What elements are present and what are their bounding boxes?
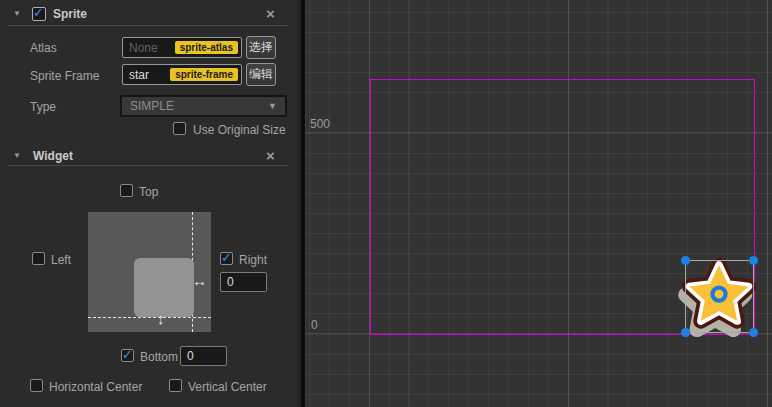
widget-close-icon[interactable]: × [266, 150, 275, 162]
widget-vertical-center-checkbox[interactable] [169, 379, 182, 392]
selection-handle-top-right[interactable] [749, 256, 758, 265]
sprite-frame-field[interactable]: star sprite-frame [122, 64, 242, 85]
widget-left-checkbox[interactable] [32, 252, 45, 265]
check-icon: ✓ [33, 5, 44, 20]
use-original-size-label: Use Original Size [193, 123, 286, 137]
widget-alignment-diagram: ↔ ↕ [88, 212, 211, 332]
divider [8, 25, 288, 26]
use-original-size-checkbox[interactable] [173, 122, 186, 135]
atlas-label: Atlas [30, 41, 57, 55]
widget-right-label: Right [239, 253, 267, 267]
type-label: Type [30, 100, 56, 114]
widget-top-checkbox[interactable] [120, 184, 133, 197]
sprite-frame-type-badge: sprite-frame [170, 68, 238, 81]
app-window: ▼ ✓ Sprite × Atlas None sprite-atlas 选择 … [0, 0, 772, 407]
sprite-collapse-icon[interactable]: ▼ [13, 9, 21, 18]
widget-bottom-input[interactable]: 0 [180, 346, 227, 366]
ruler-label-0: 0 [311, 318, 318, 332]
divider [8, 165, 288, 166]
widget-right-value: 0 [221, 275, 266, 289]
atlas-field[interactable]: None sprite-atlas [122, 37, 242, 58]
selection-handle-bottom-right[interactable] [749, 328, 758, 337]
widget-bottom-label: Bottom [140, 350, 178, 364]
widget-bottom-value: 0 [181, 349, 226, 363]
scene-view[interactable]: 500 0 [306, 0, 772, 407]
widget-vertical-center-label: Vertical Center [188, 380, 267, 394]
widget-bottom-checkbox[interactable]: ✓ [121, 349, 134, 362]
chevron-down-icon: ▼ [268, 101, 285, 111]
selection-handle-top-left[interactable] [681, 256, 690, 265]
atlas-select-button[interactable]: 选择 [246, 36, 276, 59]
widget-node-box [134, 258, 194, 317]
check-icon: ✓ [122, 347, 133, 362]
type-dropdown-value: SIMPLE [122, 99, 268, 113]
sprite-enabled-checkbox[interactable]: ✓ [32, 7, 46, 21]
atlas-type-badge: sprite-atlas [175, 41, 238, 54]
selection-bounding-box [685, 260, 754, 333]
type-dropdown[interactable]: SIMPLE ▼ [120, 95, 287, 117]
widget-left-label: Left [51, 253, 71, 267]
atlas-value: None [123, 41, 175, 55]
widget-horizontal-center-label: Horizontal Center [49, 380, 142, 394]
widget-horizontal-center-checkbox[interactable] [30, 379, 43, 392]
sprite-frame-edit-button[interactable]: 编辑 [246, 63, 276, 86]
inspector-panel: ▼ ✓ Sprite × Atlas None sprite-atlas 选择 … [0, 0, 298, 407]
sprite-frame-label: Sprite Frame [30, 69, 99, 83]
widget-top-label: Top [139, 185, 158, 199]
sprite-frame-value: star [123, 68, 170, 82]
selection-handle-bottom-left[interactable] [681, 328, 690, 337]
ruler-label-500: 500 [310, 117, 330, 131]
vertical-offset-arrow-icon: ↕ [157, 310, 165, 327]
panel-resize-handle[interactable] [298, 0, 306, 407]
widget-section-title: Widget [33, 149, 73, 163]
anchor-dashed-line-horizontal [88, 317, 211, 318]
sprite-close-icon[interactable]: × [266, 8, 275, 20]
widget-right-input[interactable]: 0 [220, 272, 267, 292]
horizontal-offset-arrow-icon: ↔ [192, 272, 207, 289]
widget-collapse-icon[interactable]: ▼ [13, 151, 21, 160]
sprite-section-title: Sprite [53, 7, 87, 21]
check-icon: ✓ [221, 250, 232, 265]
widget-right-checkbox[interactable]: ✓ [220, 252, 233, 265]
